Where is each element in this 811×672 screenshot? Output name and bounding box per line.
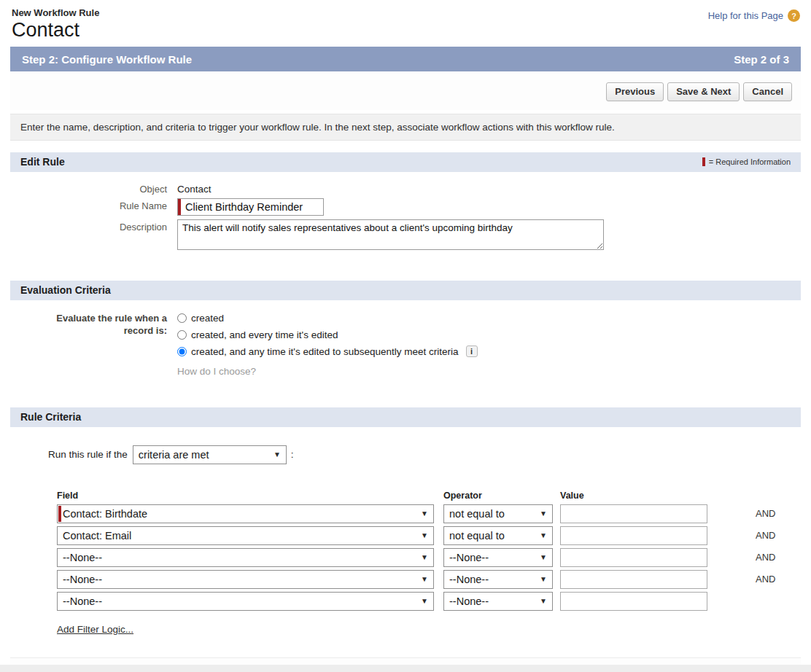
rule-name-required-wrap [177,198,324,216]
filter-criteria-table: Field Operator Value Contact: Birthdate … [57,491,801,611]
workflow-rule-panel: Step 2: Configure Workflow Rule Step 2 o… [10,47,801,672]
chevron-down-icon: ▼ [421,531,428,539]
operator-select-3-value: --None-- [449,552,489,563]
run-rule-row: Run this rule if the criteria are met ▼ … [48,445,801,464]
field-select-4-value: --None-- [63,574,102,585]
operator-select-2[interactable]: not equal to ▼ [443,526,553,545]
radio-option-created[interactable]: created [177,310,478,327]
intro-text: Enter the name, description, and criteri… [10,114,801,141]
field-select-1[interactable]: Contact: Birthdate ▼ [57,504,434,523]
required-legend-text: = Required Information [709,157,791,166]
operator-select-5-value: --None-- [449,595,489,607]
step-header-bar: Step 2: Configure Workflow Rule Step 2 o… [10,47,801,71]
filter-row: --None-- ▼ --None-- ▼ AND [57,548,801,567]
object-row: Object Contact [10,181,801,195]
chevron-down-icon: ▼ [540,531,547,539]
field-select-5[interactable]: --None-- ▼ [57,592,434,611]
chevron-down-icon: ▼ [421,597,428,605]
conjunction-label: AND [756,574,785,585]
field-select-5-value: --None-- [63,595,102,607]
criteria-mode-value: criteria are met [139,449,209,461]
operator-select-3[interactable]: --None-- ▼ [443,548,553,567]
radio-option-created-edited[interactable]: created, and every time it's edited [177,327,478,343]
step-title: Step 2: Configure Workflow Rule [22,53,192,66]
evaluation-options: created created, and every time it's edi… [177,310,478,377]
operator-select-4[interactable]: --None-- ▼ [443,570,553,589]
breadcrumb: New Workflow Rule [12,7,799,18]
chevron-down-icon: ▼ [273,450,281,458]
filter-row: Contact: Email ▼ not equal to ▼ AND [57,526,801,545]
run-rule-label: Run this rule if the [48,449,128,460]
description-row: Description This alert will notify sales… [10,219,801,252]
previous-button[interactable]: Previous [606,82,664,101]
page-bottom-strip [0,665,811,672]
value-input-5[interactable] [560,592,707,611]
save-next-button[interactable]: Save & Next [667,82,740,101]
evaluate-rule-label: Evaluate the rule when a record is: [10,310,167,377]
operator-select-1-value: not equal to [449,508,505,520]
conjunction-label: AND [756,552,785,563]
chevron-down-icon: ▼ [540,553,547,561]
how-do-i-choose-link[interactable]: How do I choose? [177,366,478,377]
radio-subsequently-meet-label: created, and any time it's edited to sub… [191,346,459,357]
field-select-3[interactable]: --None-- ▼ [57,548,434,567]
object-label: Object [10,181,167,195]
rule-criteria-section-header: Rule Criteria [10,407,801,427]
field-select-2[interactable]: Contact: Email ▼ [57,526,434,545]
radio-subsequently-meet[interactable] [177,347,187,356]
chevron-down-icon: ▼ [540,575,547,583]
info-icon[interactable]: i [466,345,478,357]
filter-table-header: Field Operator Value [57,491,801,501]
page-title: Contact [12,19,799,42]
page-header: New Workflow Rule Contact Help for this … [0,0,811,47]
operator-select-5[interactable]: --None-- ▼ [443,592,553,611]
edit-rule-section-header: Edit Rule = Required Information [10,152,801,172]
rule-name-row: Rule Name [10,198,801,216]
criteria-mode-select[interactable]: criteria are met ▼ [133,445,287,464]
run-rule-suffix: : [291,449,294,460]
edit-rule-form: Object Contact Rule Name Description Thi… [10,172,801,269]
required-bar-icon [702,157,705,166]
filter-row: --None-- ▼ --None-- ▼ AND [57,570,801,589]
field-select-4[interactable]: --None-- ▼ [57,570,434,589]
value-input-3[interactable] [560,548,707,567]
description-textarea[interactable]: This alert will notify sales representat… [177,219,604,250]
value-input-4[interactable] [560,570,707,589]
top-toolbar: Previous Save & Next Cancel [10,71,801,110]
operator-select-4-value: --None-- [449,574,489,585]
conjunction-label: AND [756,530,785,541]
field-select-1-value: Contact: Birthdate [63,508,147,520]
chevron-down-icon: ▼ [421,509,428,517]
radio-created[interactable] [177,313,187,323]
edit-rule-title: Edit Rule [20,156,65,168]
add-filter-logic-link[interactable]: Add Filter Logic... [57,624,133,635]
required-legend: = Required Information [702,157,791,166]
cancel-button[interactable]: Cancel [743,82,792,101]
rule-criteria-title: Rule Criteria [20,411,81,423]
required-bar-icon [58,506,61,522]
evaluation-criteria-section-header: Evaluation Criteria [10,281,801,300]
help-area: Help for this Page ? [708,9,800,22]
required-bar-icon [178,199,181,215]
rule-name-input[interactable] [177,198,324,216]
radio-option-subsequently-meet[interactable]: created, and any time it's edited to sub… [177,343,478,360]
radio-created-every-edit[interactable] [177,330,187,340]
chevron-down-icon: ▼ [540,509,547,517]
value-input-2[interactable] [560,526,707,545]
field-column-header: Field [57,491,434,501]
operator-select-2-value: not equal to [449,530,505,542]
rule-name-label: Rule Name [10,198,167,211]
value-input-1[interactable] [560,504,707,523]
radio-created-every-edit-label: created, and every time it's edited [191,329,338,340]
value-column-header: Value [560,491,707,501]
chevron-down-icon: ▼ [540,597,547,605]
radio-created-label: created [191,313,224,324]
operator-select-1[interactable]: not equal to ▼ [443,504,553,523]
evaluation-criteria-form: Evaluate the rule when a record is: crea… [10,300,801,396]
filter-row: Contact: Birthdate ▼ not equal to ▼ AND [57,504,801,523]
help-for-this-page-link[interactable]: Help for this Page [708,10,783,21]
chevron-down-icon: ▼ [421,575,428,583]
help-question-icon[interactable]: ? [788,9,800,22]
chevron-down-icon: ▼ [421,553,428,561]
description-label: Description [10,219,167,233]
